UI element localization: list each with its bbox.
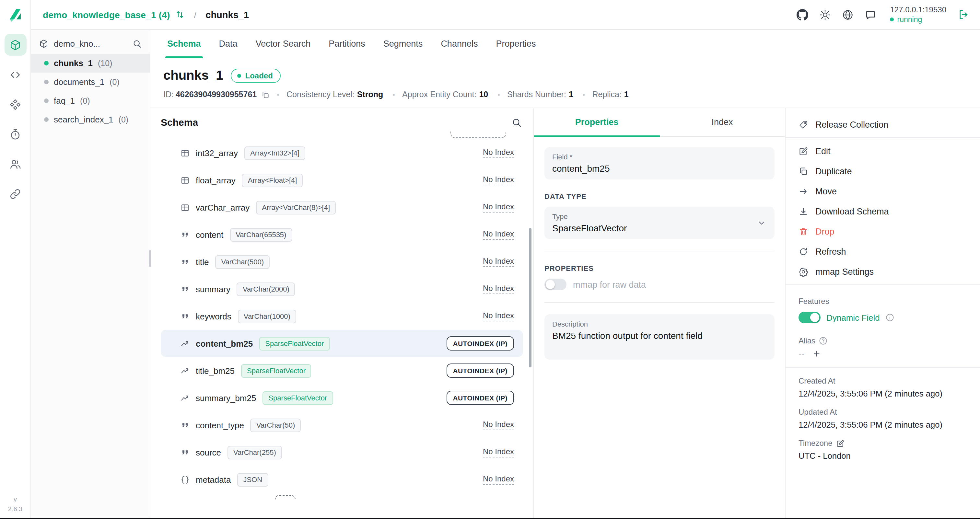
main-tab[interactable]: Channels <box>432 30 487 58</box>
edit-icon <box>799 146 808 156</box>
clipped-row-above <box>161 132 523 139</box>
rail-item-users[interactable] <box>4 153 26 175</box>
field-name: title_bm25 <box>196 366 235 376</box>
action-item[interactable]: Download Schema <box>786 202 980 222</box>
field-index-status[interactable]: No Index <box>483 148 514 158</box>
schema-field-row[interactable]: int32_array Array<Int32>[4] No Index <box>161 139 523 167</box>
field-index-status[interactable]: AUTOINDEX (IP) <box>446 336 514 351</box>
collection-item[interactable]: search_index_1 (0) <box>31 110 150 129</box>
created-at-value: 12/4/2025, 3:55:06 PM (2 minutes ago) <box>799 389 967 400</box>
timezone-block: Timezone UTC - London <box>786 433 980 464</box>
action-item[interactable]: Refresh <box>786 242 980 262</box>
detail-tab[interactable]: Index <box>660 108 785 136</box>
field-index-status[interactable]: No Index <box>483 229 514 240</box>
schema-field-row[interactable]: float_array Array<Float>[4] No Index <box>161 167 523 194</box>
field-name-box[interactable]: Field * content_bm25 <box>544 147 775 179</box>
schema-scrollbar-thumb[interactable] <box>529 228 531 367</box>
type-select[interactable]: Type SparseFloatVector <box>544 207 775 239</box>
vector-icon <box>180 366 190 376</box>
field-index-status[interactable]: No Index <box>483 311 514 321</box>
schema-field-row[interactable]: title VarChar(500) No Index <box>161 248 523 275</box>
divider <box>786 367 980 368</box>
main-tab[interactable]: Vector Search <box>247 30 320 58</box>
schema-field-row[interactable]: varChar_array Array<VarChar(8)>[4] No In… <box>161 194 523 221</box>
schema-field-list: int32_array Array<Int32>[4] No Index flo… <box>161 132 527 519</box>
field-index-status[interactable]: No Index <box>483 447 514 457</box>
action-item[interactable]: mmap Settings <box>786 262 980 285</box>
field-index-status[interactable]: No Index <box>483 284 514 294</box>
field-index-status[interactable]: No Index <box>483 420 514 430</box>
main-tab[interactable]: Segments <box>374 30 432 58</box>
collection-name: faq_1 <box>54 96 75 106</box>
actions-list: Release Collection Edit <box>786 115 980 285</box>
copy-id-icon[interactable] <box>261 90 270 99</box>
collection-count: (10) <box>98 59 112 68</box>
schema-field-row[interactable]: summary VarChar(2000) No Index <box>161 275 523 303</box>
timer-icon <box>9 128 21 140</box>
add-alias-icon[interactable] <box>812 349 821 358</box>
field-index-status[interactable]: No Index <box>483 474 514 485</box>
field-name: content_type <box>196 420 244 430</box>
sidebar-database-header[interactable]: demo_kno... <box>31 35 150 54</box>
main-tab[interactable]: Properties <box>487 30 545 58</box>
main-tab[interactable]: Data <box>210 30 247 58</box>
action-item[interactable]: Duplicate <box>786 161 980 181</box>
collection-item[interactable]: documents_1 (0) <box>31 73 150 91</box>
copy-icon <box>799 167 808 176</box>
field-name-label: Field * <box>552 153 767 161</box>
schema-field-row[interactable]: content VarChar(65535) No Index <box>161 221 523 248</box>
field-name: summary_bm25 <box>196 393 256 403</box>
rail-item-api[interactable] <box>4 93 26 115</box>
sidebar-search-icon[interactable] <box>132 39 142 49</box>
schema-field-row[interactable]: title_bm25 SparseFloatVector AUTOINDEX (… <box>161 357 523 384</box>
schema-field-row[interactable]: content_type VarChar(50) No Index <box>161 411 523 439</box>
schema-field-row[interactable]: metadata JSON No Index <box>161 466 523 493</box>
theme-sun-icon[interactable] <box>819 9 831 21</box>
field-index-status[interactable]: No Index <box>483 257 514 267</box>
schema-field-row[interactable]: summary_bm25 SparseFloatVector AUTOINDEX… <box>161 384 523 411</box>
rail-item-playground[interactable] <box>4 63 26 86</box>
action-item[interactable]: Edit <box>786 141 980 161</box>
created-at-block: Created At 12/4/2025, 3:55:06 PM (2 minu… <box>786 371 980 402</box>
field-index-status[interactable]: No Index <box>483 202 514 213</box>
logout-icon[interactable] <box>957 8 970 21</box>
features-label: Features <box>786 288 980 310</box>
github-icon[interactable] <box>797 9 808 21</box>
switch-database-icon[interactable] <box>175 10 185 19</box>
main-tab[interactable]: Schema <box>158 30 210 58</box>
meta-item: •Replica:1 <box>583 90 629 99</box>
action-item[interactable]: Move <box>786 181 980 202</box>
array-icon <box>180 203 190 212</box>
field-index-status[interactable]: No Index <box>483 175 514 185</box>
schema-search-icon[interactable] <box>511 117 522 127</box>
edit-timezone-icon[interactable] <box>837 439 845 448</box>
field-name: varChar_array <box>196 203 250 212</box>
dynamic-field-toggle[interactable] <box>799 312 821 323</box>
field-name: int32_array <box>196 148 238 158</box>
info-icon[interactable] <box>886 313 895 322</box>
schema-field-row[interactable]: keywords VarChar(1000) No Index <box>161 303 523 330</box>
field-index-status[interactable]: AUTOINDEX (IP) <box>446 363 514 378</box>
action-item[interactable]: Drop <box>786 222 980 242</box>
vector-icon <box>180 393 190 403</box>
app-logo-icon <box>6 6 24 23</box>
nav-rail: v 2.6.3 <box>0 0 31 519</box>
field-index-status[interactable]: AUTOINDEX (IP) <box>446 391 514 405</box>
mmap-toggle[interactable] <box>544 279 566 290</box>
rail-item-jobs[interactable] <box>4 123 26 145</box>
breadcrumb-database[interactable]: demo_knowledge_base_1 (4) <box>43 10 170 20</box>
rail-item-collections[interactable] <box>4 34 26 56</box>
detail-tab[interactable]: Properties <box>534 108 660 136</box>
collection-item[interactable]: faq_1 (0) <box>31 91 150 110</box>
collection-item[interactable]: chunks_1 (10) <box>31 54 150 73</box>
schema-field-row[interactable]: source VarChar(255) No Index <box>161 439 523 466</box>
rail-item-connections[interactable] <box>4 183 26 205</box>
schema-field-row[interactable]: content_bm25 SparseFloatVector AUTOINDEX… <box>161 330 523 357</box>
alias-help-icon[interactable] <box>819 336 828 345</box>
properties-section-label: PROPERTIES <box>544 264 775 272</box>
main-tab[interactable]: Partitions <box>320 30 374 58</box>
feedback-chat-icon[interactable] <box>865 9 877 21</box>
action-item[interactable]: Release Collection <box>786 115 980 138</box>
field-type-chip: SparseFloatVector <box>262 391 333 405</box>
language-globe-icon[interactable] <box>842 9 854 21</box>
